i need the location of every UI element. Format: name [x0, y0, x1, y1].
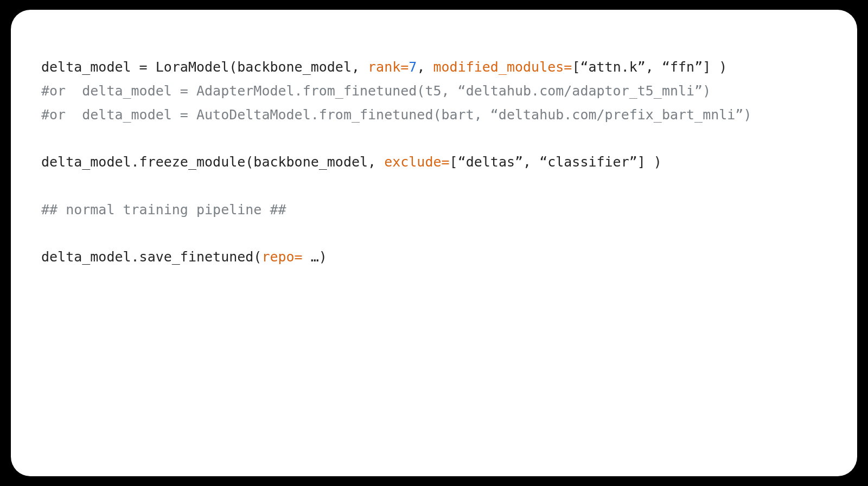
code-token: modified_modules= — [433, 59, 572, 75]
code-token: exclude= — [384, 154, 449, 170]
code-line: delta_model.freeze_module(backbone_model… — [41, 150, 827, 174]
code-token: repo= — [261, 249, 302, 265]
code-token: #or delta_model = AdapterModel.from_fine… — [41, 83, 711, 99]
code-token: delta_model.freeze_module(backbone_model… — [41, 154, 384, 170]
code-token: [“attn.k”, “ffn”] ) — [572, 59, 727, 75]
code-line: ## normal training pipeline ## — [41, 198, 827, 222]
code-token: …) — [303, 249, 327, 265]
code-line: delta_model.save_finetuned(repo= …) — [41, 245, 827, 269]
code-line: #or delta_model = AdapterModel.from_fine… — [41, 79, 827, 103]
code-token: delta_model = LoraModel(backbone_model, — [41, 59, 368, 75]
code-line — [41, 126, 827, 150]
code-block: delta_model = LoraModel(backbone_model, … — [41, 55, 827, 269]
code-card: delta_model = LoraModel(backbone_model, … — [11, 10, 857, 476]
code-token: 7 — [409, 59, 417, 75]
code-token: ## normal training pipeline ## — [41, 202, 286, 218]
code-line: #or delta_model = AutoDeltaModel.from_fi… — [41, 103, 827, 127]
code-token: delta_model.save_finetuned( — [41, 249, 261, 265]
code-token: #or delta_model = AutoDeltaModel.from_fi… — [41, 107, 751, 123]
code-line: delta_model = LoraModel(backbone_model, … — [41, 55, 827, 79]
code-line — [41, 221, 827, 245]
code-token: [“deltas”, “classifier”] ) — [450, 154, 662, 170]
code-token: , — [417, 59, 433, 75]
code-line — [41, 174, 827, 198]
code-token: rank= — [368, 59, 409, 75]
